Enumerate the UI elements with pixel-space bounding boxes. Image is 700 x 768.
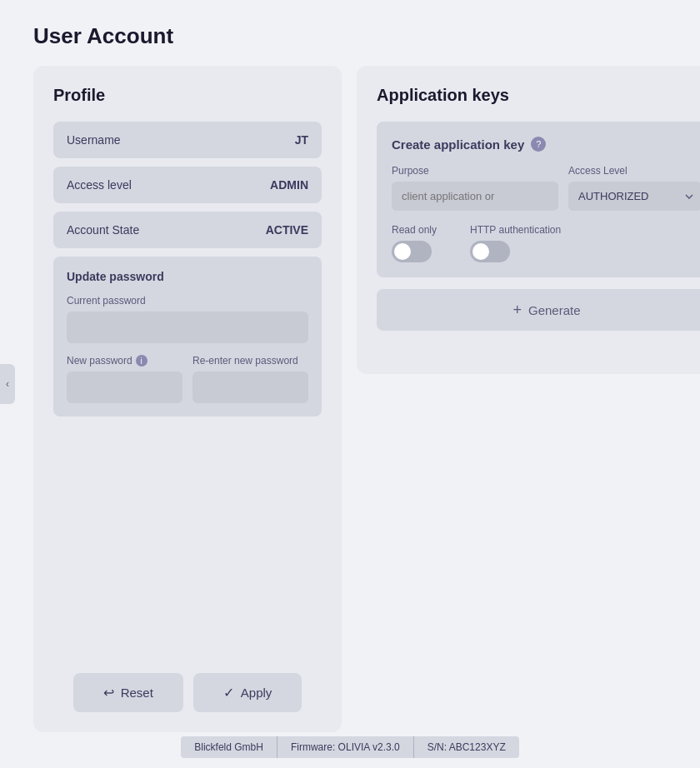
profile-card: Profile Username JT Access level ADMIN A…	[33, 66, 342, 732]
key-fields-row: Purpose Access Level AUTHORIZED ADMIN RE…	[392, 165, 700, 211]
account-state-field: Account State ACTIVE	[53, 212, 322, 248]
footer-firmware: Firmware: OLIVIA v2.3.0	[278, 736, 413, 758]
access-level-label: Access level	[67, 178, 132, 192]
access-level-group: Access Level AUTHORIZED ADMIN READ_ONLY	[568, 165, 700, 211]
read-only-toggle-group: Read only	[392, 224, 437, 262]
reenter-password-label: Re-enter new password	[192, 355, 308, 367]
http-auth-toggle-group: HTTP authentication	[470, 224, 561, 262]
profile-actions: ↩ Reset ✓ Apply	[53, 673, 322, 712]
new-password-label: New password i	[67, 355, 182, 367]
new-password-input[interactable]	[67, 372, 182, 403]
read-only-toggle[interactable]	[392, 241, 432, 262]
sidebar-collapse-arrow[interactable]: ‹	[0, 364, 15, 404]
purpose-label: Purpose	[392, 165, 558, 177]
application-keys-card: Application keys Create application key …	[357, 66, 700, 374]
current-password-label: Current password	[67, 295, 308, 307]
http-auth-slider	[470, 241, 510, 262]
profile-card-title: Profile	[53, 86, 322, 105]
purpose-group: Purpose	[392, 165, 558, 211]
access-level-key-label: Access Level	[568, 165, 700, 177]
create-key-section: Create application key ? Purpose Access …	[377, 122, 700, 277]
access-level-value: ADMIN	[270, 178, 308, 192]
chevron-left-icon: ‹	[6, 378, 9, 390]
plus-icon: +	[512, 302, 522, 317]
footer-serial: S/N: ABC123XYZ	[414, 736, 519, 758]
toggles-row: Read only HTTP authentication	[392, 224, 700, 262]
reset-button[interactable]: ↩ Reset	[73, 673, 183, 712]
create-key-header: Create application key ?	[392, 137, 700, 152]
reset-icon: ↩	[103, 685, 114, 701]
access-level-field: Access level ADMIN	[53, 167, 322, 203]
username-field: Username JT	[53, 122, 322, 158]
update-password-title: Update password	[67, 270, 308, 283]
footer: Blickfeld GmbH Firmware: OLIVIA v2.3.0 S…	[0, 736, 700, 768]
account-state-value: ACTIVE	[266, 223, 308, 237]
read-only-slider	[392, 241, 432, 262]
reenter-password-input[interactable]	[192, 372, 308, 403]
create-key-help-icon[interactable]: ?	[531, 137, 546, 152]
http-auth-toggle[interactable]	[470, 241, 510, 262]
update-password-section: Update password Current password New pas…	[53, 257, 322, 416]
read-only-label: Read only	[392, 224, 437, 236]
footer-company: Blickfeld GmbH	[181, 736, 277, 758]
apply-button[interactable]: ✓ Apply	[193, 673, 302, 712]
username-label: Username	[67, 133, 121, 147]
generate-button[interactable]: + Generate	[377, 289, 700, 331]
username-value: JT	[295, 133, 308, 147]
checkmark-icon: ✓	[223, 685, 234, 701]
app-keys-title: Application keys	[377, 86, 700, 105]
http-auth-label: HTTP authentication	[470, 224, 561, 236]
access-level-select[interactable]: AUTHORIZED ADMIN READ_ONLY	[568, 182, 700, 211]
generate-label: Generate	[528, 303, 581, 317]
create-key-title: Create application key	[392, 137, 524, 152]
purpose-input[interactable]	[392, 182, 558, 211]
page-title: User Account	[33, 23, 667, 49]
new-password-info-icon[interactable]: i	[136, 355, 148, 367]
account-state-label: Account State	[67, 223, 139, 237]
current-password-input[interactable]	[67, 312, 308, 343]
